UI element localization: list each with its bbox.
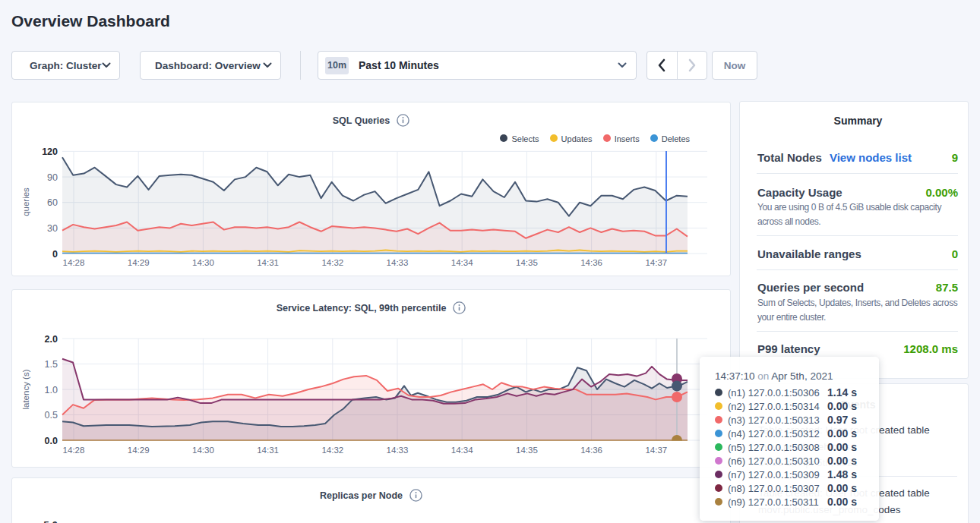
svg-text:14:34: 14:34	[451, 446, 473, 455]
svg-text:1.0: 1.0	[45, 385, 58, 395]
svg-text:14:35: 14:35	[516, 446, 538, 455]
svg-text:14:32: 14:32	[321, 446, 343, 455]
svg-text:0.5: 0.5	[45, 410, 58, 421]
svg-text:14:28: 14:28	[63, 446, 85, 455]
svg-text:latency (s): latency (s)	[21, 369, 30, 409]
svg-text:14:33: 14:33	[387, 446, 409, 455]
svg-text:14:37: 14:37	[645, 446, 667, 455]
svg-text:1.5: 1.5	[45, 359, 58, 370]
svg-text:14:30: 14:30	[192, 446, 214, 455]
svg-text:0.0: 0.0	[45, 436, 58, 446]
svg-text:2.0: 2.0	[45, 334, 58, 345]
svg-text:14:31: 14:31	[257, 446, 279, 455]
svg-text:14:29: 14:29	[128, 446, 150, 455]
svg-text:14:36: 14:36	[580, 446, 602, 455]
